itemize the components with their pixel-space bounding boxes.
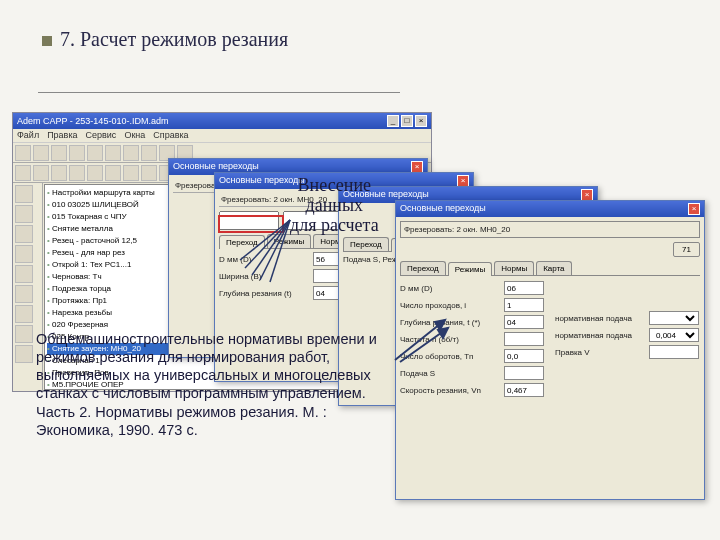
field-label: D мм (D) (400, 284, 500, 293)
field-input[interactable] (504, 298, 544, 312)
tb-undo-icon[interactable] (141, 145, 157, 161)
menu-edit[interactable]: Правка (47, 130, 77, 141)
field-input[interactable] (504, 281, 544, 295)
menu-service[interactable]: Сервис (86, 130, 117, 141)
divider (38, 92, 400, 93)
bullet-marker (42, 36, 52, 46)
tb2-icon[interactable] (123, 165, 139, 181)
field-input[interactable] (504, 383, 544, 397)
tab-karta[interactable]: Карта (536, 261, 571, 275)
dlg4-btn-right[interactable]: 71 (673, 242, 700, 257)
reference-text: Общемашиностроительные нормативы времени… (36, 330, 406, 439)
menu-windows[interactable]: Окна (124, 130, 145, 141)
field-input[interactable] (504, 315, 544, 329)
lt-icon[interactable] (15, 205, 33, 223)
field-input[interactable] (504, 332, 544, 346)
slide-title: 7. Расчет режимов резания (60, 28, 288, 51)
menubar: Файл Правка Сервис Окна Справка (13, 129, 431, 143)
dialog-4-title: Основные переходы (400, 203, 486, 215)
app-titlebar: Adem CAPP - 253-145-010-.IDM.adm _ □ × (13, 113, 431, 129)
tab-normy[interactable]: Нормы (494, 261, 534, 275)
field-label: Число проходов, i (400, 301, 500, 310)
close-icon[interactable]: × (688, 203, 700, 215)
field-label: Скорость резания, Vn (400, 386, 500, 395)
lt-icon[interactable] (15, 225, 33, 243)
svg-marker-8 (438, 328, 448, 338)
lt-icon[interactable] (15, 285, 33, 303)
svg-line-3 (260, 220, 290, 280)
tab-rezhimy[interactable]: Режимы (448, 262, 492, 276)
dlg4-op: Фрезеровать: 2 окн. МН0_20 (400, 221, 700, 238)
tb2-icon[interactable] (15, 165, 31, 181)
svg-line-0 (240, 220, 290, 260)
field-input[interactable] (649, 345, 699, 359)
tb2-icon[interactable] (51, 165, 67, 181)
tab-perehod[interactable]: Переход (400, 261, 446, 275)
app-title: Adem CAPP - 253-145-010-.IDM.adm (17, 116, 168, 126)
maximize-button[interactable]: □ (401, 115, 413, 127)
tb-print-icon[interactable] (69, 145, 85, 161)
svg-line-1 (245, 220, 290, 268)
lt-icon[interactable] (15, 265, 33, 283)
close-button[interactable]: × (415, 115, 427, 127)
field-input[interactable] (504, 366, 544, 380)
menu-file[interactable]: Файл (17, 130, 39, 141)
minimize-button[interactable]: _ (387, 115, 399, 127)
svg-line-4 (270, 220, 290, 282)
field-label: нормативная подача (555, 314, 645, 323)
field-input[interactable] (504, 349, 544, 363)
lt-icon[interactable] (15, 185, 33, 203)
tb-open-icon[interactable] (33, 145, 49, 161)
field-input[interactable] (649, 311, 699, 325)
tb-new-icon[interactable] (15, 145, 31, 161)
dlg4-right-col: нормативная подачанормативная подача0,00… (555, 278, 700, 400)
menu-help[interactable]: Справка (153, 130, 188, 141)
dialog-4-titlebar: Основные переходы × (396, 201, 704, 217)
tb2-icon[interactable] (105, 165, 121, 181)
tb2-icon[interactable] (69, 165, 85, 181)
tb2-icon[interactable] (87, 165, 103, 181)
lt-icon[interactable] (15, 345, 33, 363)
field-input[interactable]: 0,004 (649, 328, 699, 342)
lt-icon[interactable] (15, 305, 33, 323)
svg-line-2 (252, 220, 290, 275)
field-label: Правка V (555, 348, 645, 357)
lt-icon[interactable] (15, 325, 33, 343)
tb-save-icon[interactable] (51, 145, 67, 161)
tb-cut-icon[interactable] (87, 145, 103, 161)
tab-perehod[interactable]: Переход (343, 237, 389, 251)
tb-copy-icon[interactable] (105, 145, 121, 161)
lt-icon[interactable] (15, 245, 33, 263)
tb-paste-icon[interactable] (123, 145, 139, 161)
tb2-icon[interactable] (33, 165, 49, 181)
annotation-data-entry: Внесение данных для расчета (290, 176, 379, 235)
tb2-icon[interactable] (141, 165, 157, 181)
field-label: нормативная подача (555, 331, 645, 340)
dlg4-tabs: Переход Режимы Нормы Карта (400, 261, 700, 276)
window-buttons: _ □ × (387, 115, 427, 127)
